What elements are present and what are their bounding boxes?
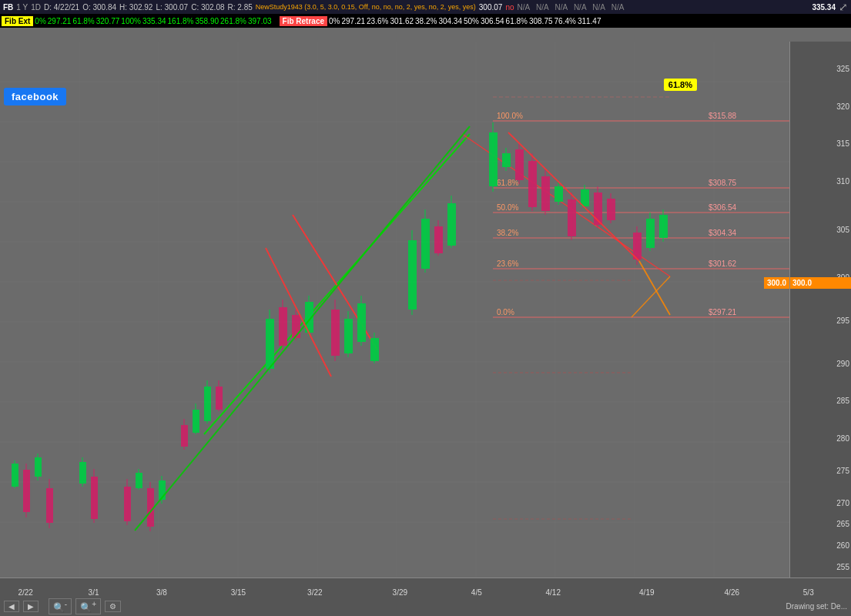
zoom-in-btn[interactable]: 🔍+ <box>75 598 101 614</box>
time-426: 4/26 <box>725 588 739 597</box>
close-label: C: 302.08 <box>191 3 224 12</box>
price-275: 275 <box>836 466 849 474</box>
open-label: O: 300.84 <box>82 3 116 12</box>
no-val: no <box>505 3 514 12</box>
nav-right-btn[interactable]: ▶ <box>23 601 39 612</box>
fib-badge: 61.8% <box>664 79 697 91</box>
fib-ret-50-val: 306.54 <box>481 17 504 25</box>
fib-ret-61-val: 308.75 <box>529 17 553 25</box>
nav-left-btn[interactable]: ◀ <box>4 601 19 612</box>
price-265: 265 <box>836 520 849 528</box>
time-scale: 2/22 3/1 3/8 3/15 3/22 3/29 4/5 4/12 4/1… <box>0 578 851 616</box>
fib-ret-38-val: 304.34 <box>438 17 462 25</box>
low-label: L: 300.07 <box>156 3 188 12</box>
symbol-label: FB <box>3 3 13 12</box>
fib-ret-23-val: 301.62 <box>390 17 414 25</box>
fib-ext-0-val: 297.21 <box>48 17 72 25</box>
fib-ext-161: 161.8% <box>168 17 194 25</box>
time-322: 3/22 <box>307 588 322 597</box>
fib-ret-0: 0% <box>329 17 340 25</box>
fib-ext-61: 61.8% <box>72 17 94 25</box>
time-31: 3/1 <box>89 588 99 597</box>
spacer1 <box>42 602 45 611</box>
time-38: 3/8 <box>156 588 167 597</box>
price-315: 315 <box>836 139 849 148</box>
top-toolbar: FB 1 Y 1D D: 4/22/21 O: 300.84 H: 302.92… <box>0 0 851 14</box>
price-scale: 325 320 315 310 305 300 295 290 285 280 … <box>789 42 851 578</box>
time-315: 3/15 <box>231 588 246 597</box>
fib-retrace-label: Fib Retrace <box>280 16 327 26</box>
change-label: R: 2.85 <box>228 3 253 12</box>
price-scale-current: 300.0 <box>790 277 851 289</box>
fib-ext-0: 0% <box>35 17 45 25</box>
price-320: 320 <box>836 102 849 110</box>
current-price-badge: 300.0 <box>764 277 789 289</box>
na-vals: N/A N/A N/A N/A N/A N/A <box>518 3 625 12</box>
fib-ret-76-val: 311.47 <box>578 17 601 25</box>
fib-ret-38: 38.2% <box>415 17 437 25</box>
fib-ext-label: Fib Ext <box>2 16 33 26</box>
last-price: 335.34 <box>812 3 836 12</box>
fib-ext-261-val: 397.03 <box>248 17 272 25</box>
time-222: 2/22 <box>18 588 32 597</box>
time-419: 4/19 <box>639 588 654 597</box>
date-label: D: 4/22/21 <box>44 3 79 12</box>
indicator-bar1: Fib Ext 0% 297.21 61.8% 320.77 100% 335.… <box>0 14 851 28</box>
timeframe-label: 1D <box>31 3 41 12</box>
price-305: 305 <box>836 225 849 233</box>
price-295: 295 <box>836 316 849 324</box>
time-329: 3/29 <box>393 588 407 597</box>
fib-ext-61-val: 320.77 <box>96 17 120 25</box>
time-412: 4/12 <box>546 588 561 597</box>
price-325: 325 <box>836 64 849 72</box>
fib-ext-161-val: 358.90 <box>195 17 219 25</box>
fib-ret-50: 50% <box>464 17 479 25</box>
zoom-out-btn[interactable]: 🔍- <box>49 598 72 614</box>
price-285: 285 <box>836 397 849 405</box>
drawing-set-label: Drawing set: De... <box>786 602 847 611</box>
main-canvas[interactable] <box>0 42 789 578</box>
interval-label: 1 Y <box>16 3 28 12</box>
price-260: 260 <box>836 541 849 550</box>
price-255: 255 <box>836 563 849 571</box>
time-53: 5/3 <box>803 588 814 597</box>
fib-ret-76: 76.4% <box>554 17 576 25</box>
price-280: 280 <box>836 434 849 443</box>
price-270: 270 <box>836 498 849 507</box>
settings-btn[interactable]: ⚙ <box>105 601 121 612</box>
fib-ext-100: 100% <box>121 17 141 25</box>
fib-ext-100-val: 335.34 <box>142 17 166 25</box>
time-45: 4/5 <box>471 588 482 597</box>
facebook-logo: facebook <box>4 88 66 105</box>
price-290: 290 <box>836 359 849 367</box>
indicator-params: NewStudy1943 (3.0, 5, 3.0, 0.15, Off, no… <box>256 3 476 11</box>
price-310: 310 <box>836 176 849 185</box>
fib-ext-261: 261.8% <box>220 17 246 25</box>
high-label: H: 302.92 <box>119 3 152 12</box>
fib-ret-61: 61.8% <box>506 17 528 25</box>
indicator-val: 300.07 <box>479 3 503 12</box>
fib-ret-0-val: 297.21 <box>341 17 365 25</box>
fib-ret-23: 23.6% <box>367 17 388 25</box>
expand-icon[interactable]: ⤢ <box>839 1 848 13</box>
chart-area: facebook 61.8% 300.0 <box>0 42 789 578</box>
